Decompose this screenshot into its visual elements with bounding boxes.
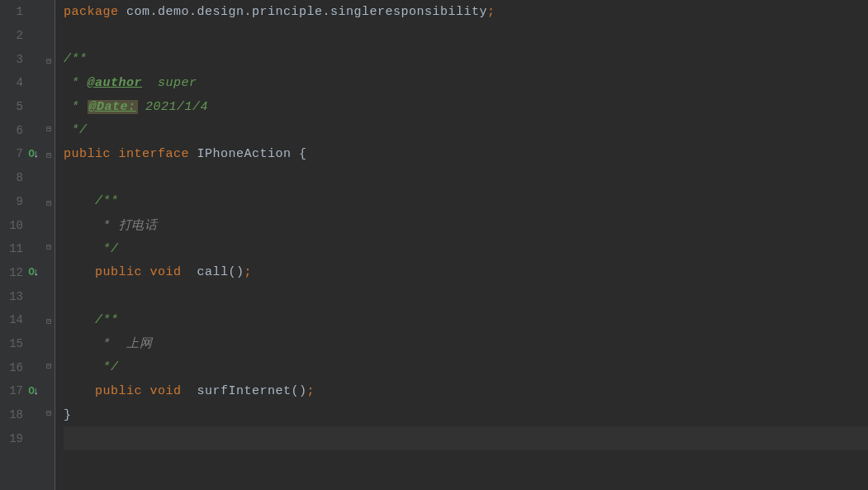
code-line[interactable]: */ (64, 237, 868, 261)
brace-close: } (64, 408, 72, 422)
lineno: 18 (0, 408, 25, 421)
code-line[interactable] (64, 166, 868, 190)
code-line[interactable]: * 打电话 (64, 213, 868, 237)
javadoc-author-value: super (142, 76, 197, 90)
code-line[interactable]: * @author super (64, 71, 868, 95)
fold-open-icon[interactable] (43, 149, 55, 159)
lineno: 11 (0, 242, 25, 255)
keyword-public: public (95, 384, 150, 398)
override-icon[interactable] (25, 266, 43, 278)
lineno: 2 (0, 29, 25, 42)
lineno: 12 (0, 266, 25, 279)
lineno: 10 (0, 219, 25, 232)
code-line[interactable]: * 上网 (64, 332, 868, 356)
lineno: 15 (0, 337, 25, 350)
keyword-interface: interface (119, 147, 197, 161)
override-icon[interactable] (25, 385, 43, 397)
fold-close-icon[interactable] (43, 244, 55, 254)
javadoc-close: */ (64, 360, 119, 374)
brace-open: { (299, 147, 307, 161)
javadoc-tag-date: @Date: (88, 100, 138, 114)
keyword-package: package (64, 5, 119, 19)
fold-open-icon[interactable] (43, 315, 55, 325)
code-line[interactable]: public interface IPhoneAction { (64, 142, 868, 166)
javadoc-body: * 打电话 (64, 217, 157, 233)
code-line[interactable]: */ (64, 118, 868, 142)
method-call: call (197, 265, 229, 279)
code-line-current[interactable] (64, 426, 868, 450)
code-line[interactable]: public void surfInternet(); (64, 379, 868, 403)
fold-close-icon[interactable] (43, 363, 55, 373)
lineno: 9 (0, 195, 25, 208)
keyword-void: void (150, 265, 197, 279)
javadoc-date-value: 2021/1/4 (138, 100, 209, 114)
code-line[interactable]: public void call(); (64, 261, 868, 285)
javadoc-close: */ (64, 242, 119, 256)
fold-open-icon[interactable] (43, 55, 55, 64)
lineno: 13 (0, 290, 25, 303)
lineno: 3 (0, 53, 25, 66)
lineno: 14 (0, 313, 25, 326)
lineno: 5 (0, 100, 25, 113)
keyword-public: public (95, 265, 150, 279)
javadoc-close: */ (64, 123, 88, 137)
parens: () (229, 265, 244, 279)
javadoc-body: * 上网 (64, 335, 152, 351)
lineno: 8 (0, 171, 25, 184)
code-line[interactable]: */ (64, 355, 868, 379)
override-icon[interactable] (25, 148, 43, 160)
javadoc-tag-author: @author (88, 76, 143, 90)
fold-open-icon[interactable] (43, 197, 55, 207)
semicolon: ; (307, 384, 315, 398)
keyword-public: public (64, 147, 119, 161)
javadoc-open: /** (64, 52, 88, 66)
gutter: 1 2 3 4 5 6 7 8 9 10 11 12 13 14 15 16 1… (0, 0, 55, 490)
lineno: 16 (0, 361, 25, 374)
code-line[interactable]: /** (64, 308, 868, 332)
method-surfinternet: surfInternet (197, 384, 292, 398)
semicolon: ; (487, 5, 496, 19)
lineno: 7 (0, 147, 25, 160)
lineno: 17 (0, 384, 25, 397)
code-line[interactable] (64, 284, 868, 308)
code-line[interactable]: package com.demo.design.principle.single… (64, 0, 868, 24)
code-line[interactable]: * @Date: 2021/1/4 (64, 95, 868, 119)
fold-close-icon[interactable] (43, 410, 55, 420)
code-line[interactable]: /** (64, 190, 868, 214)
package-name: com.demo.design.principle.singleresponsi… (119, 5, 488, 19)
code-editor[interactable]: 1 2 3 4 5 6 7 8 9 10 11 12 13 14 15 16 1… (0, 0, 868, 490)
interface-name: IPhoneAction (197, 147, 300, 161)
fold-close-icon[interactable] (43, 126, 55, 136)
lineno: 4 (0, 76, 25, 89)
semicolon: ; (244, 265, 253, 279)
code-line[interactable]: /** (64, 47, 868, 71)
lineno: 19 (0, 432, 25, 445)
lineno: 1 (0, 5, 25, 18)
keyword-void: void (150, 384, 197, 398)
lineno: 6 (0, 124, 25, 137)
code-line[interactable]: } (64, 403, 868, 427)
javadoc-open: /** (64, 313, 119, 327)
code-area[interactable]: package com.demo.design.principle.single… (55, 0, 868, 490)
code-line[interactable] (64, 24, 868, 48)
parens: () (292, 384, 307, 398)
javadoc-open: /** (64, 194, 119, 208)
